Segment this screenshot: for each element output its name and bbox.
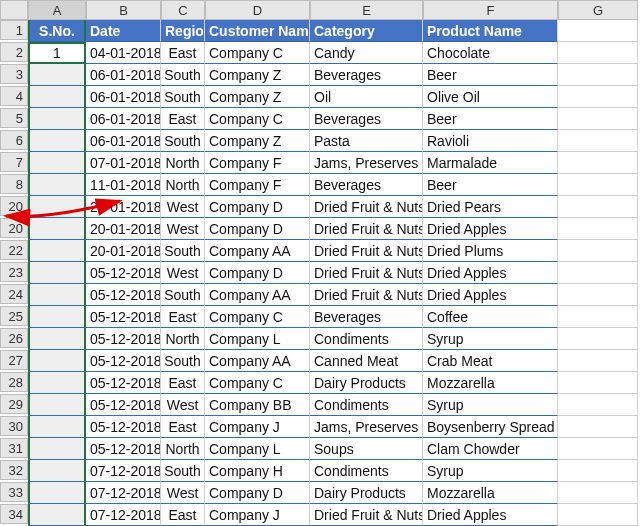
cell-category[interactable]: Dairy Products — [310, 482, 423, 504]
cell-region[interactable]: North — [161, 174, 205, 196]
cell[interactable] — [558, 504, 638, 526]
cell-sno[interactable] — [28, 240, 86, 262]
cell-category[interactable]: Jams, Preserves — [310, 152, 423, 174]
cell[interactable] — [558, 460, 638, 482]
cell-region[interactable]: South — [161, 86, 205, 108]
row-header[interactable]: 24 — [0, 284, 28, 304]
cell-category[interactable]: Dried Fruit & Nuts — [310, 218, 423, 240]
cell-region[interactable]: East — [161, 306, 205, 328]
cell-category[interactable]: Condiments — [310, 460, 423, 482]
cell-region[interactable]: South — [161, 64, 205, 86]
row-header[interactable]: 23 — [0, 262, 28, 282]
cell-region[interactable]: West — [161, 196, 205, 218]
cell-product[interactable]: Dried Apples — [423, 504, 558, 526]
cell[interactable] — [558, 86, 638, 108]
cell-customer[interactable]: Company C — [205, 42, 310, 64]
cell-customer[interactable]: Company C — [205, 372, 310, 394]
cell-date[interactable]: 05-12-2018 — [86, 416, 161, 438]
cell-sno[interactable] — [28, 504, 86, 526]
row-header[interactable]: 20 — [0, 196, 28, 216]
cell-category[interactable]: Dried Fruit & Nuts — [310, 240, 423, 262]
cell-sno[interactable] — [28, 196, 86, 218]
cell-category[interactable]: Oil — [310, 86, 423, 108]
cell-category[interactable]: Dried Fruit & Nuts — [310, 504, 423, 526]
cell[interactable] — [558, 482, 638, 504]
cell-product[interactable]: Beer — [423, 174, 558, 196]
cell-customer[interactable]: Company D — [205, 482, 310, 504]
cell-region[interactable]: East — [161, 372, 205, 394]
cell-date[interactable]: 05-12-2018 — [86, 350, 161, 372]
cell-date[interactable]: 06-01-2018 — [86, 130, 161, 152]
cell-region[interactable]: West — [161, 394, 205, 416]
cell[interactable] — [558, 350, 638, 372]
row-header[interactable]: 7 — [0, 152, 28, 172]
header-cell[interactable]: Region — [161, 20, 205, 42]
cell-date[interactable]: 04-01-2018 — [86, 42, 161, 64]
row-header[interactable]: 1 — [0, 20, 28, 40]
cell-customer[interactable]: Company J — [205, 504, 310, 526]
cell-date[interactable]: 20-01-2018 — [86, 240, 161, 262]
cell-product[interactable]: Dried Apples — [423, 284, 558, 306]
header-cell[interactable]: Category — [310, 20, 423, 42]
cell-customer[interactable]: Company AA — [205, 240, 310, 262]
cell[interactable] — [558, 306, 638, 328]
cell[interactable] — [558, 130, 638, 152]
cell-region[interactable]: South — [161, 350, 205, 372]
cell-product[interactable]: Marmalade — [423, 152, 558, 174]
cell-sno[interactable] — [28, 152, 86, 174]
cell-date[interactable]: 05-12-2018 — [86, 438, 161, 460]
cell-sno[interactable] — [28, 372, 86, 394]
cell-date[interactable]: 20-01-2018 — [86, 218, 161, 240]
cell-date[interactable]: 07-01-2018 — [86, 152, 161, 174]
cell-category[interactable]: Canned Meat — [310, 350, 423, 372]
cell-region[interactable]: South — [161, 284, 205, 306]
cell-date[interactable]: 05-12-2018 — [86, 372, 161, 394]
cell-region[interactable]: East — [161, 108, 205, 130]
cell-sno[interactable] — [28, 394, 86, 416]
cell[interactable] — [558, 284, 638, 306]
row-header[interactable]: 5 — [0, 108, 28, 128]
row-header[interactable]: 28 — [0, 372, 28, 392]
cell-date[interactable]: 05-12-2018 — [86, 328, 161, 350]
cell-sno[interactable] — [28, 438, 86, 460]
cell[interactable] — [558, 416, 638, 438]
cell-customer[interactable]: Company C — [205, 108, 310, 130]
cell-product[interactable]: Boysenberry Spread — [423, 416, 558, 438]
cell-date[interactable]: 07-12-2018 — [86, 460, 161, 482]
cell-sno[interactable] — [28, 284, 86, 306]
cell-category[interactable]: Soups — [310, 438, 423, 460]
cell-sno[interactable]: 1 — [28, 42, 86, 64]
cell-customer[interactable]: Company C — [205, 306, 310, 328]
cell[interactable] — [558, 42, 638, 64]
cell-customer[interactable]: Company Z — [205, 130, 310, 152]
cell-sno[interactable] — [28, 350, 86, 372]
cell[interactable] — [558, 152, 638, 174]
cell-region[interactable]: East — [161, 42, 205, 64]
cell-sno[interactable] — [28, 262, 86, 284]
column-header-F[interactable]: F — [423, 0, 558, 20]
cell-sno[interactable] — [28, 130, 86, 152]
cell-region[interactable]: North — [161, 438, 205, 460]
cell-date[interactable]: 20-01-2018 — [86, 196, 161, 218]
cell-sno[interactable] — [28, 328, 86, 350]
cell[interactable] — [558, 262, 638, 284]
row-header[interactable]: 32 — [0, 460, 28, 480]
cell-date[interactable]: 07-12-2018 — [86, 504, 161, 526]
cell[interactable] — [558, 64, 638, 86]
row-header[interactable]: 30 — [0, 416, 28, 436]
cell-sno[interactable] — [28, 64, 86, 86]
cell-region[interactable]: South — [161, 130, 205, 152]
cell-category[interactable]: Pasta — [310, 130, 423, 152]
cell-category[interactable]: Dried Fruit & Nuts — [310, 262, 423, 284]
cell-region[interactable]: South — [161, 460, 205, 482]
cell-region[interactable]: North — [161, 328, 205, 350]
cell-product[interactable]: Dried Apples — [423, 218, 558, 240]
cell[interactable] — [558, 174, 638, 196]
cell-product[interactable]: Dried Pears — [423, 196, 558, 218]
cell-sno[interactable] — [28, 218, 86, 240]
cell-date[interactable]: 06-01-2018 — [86, 108, 161, 130]
cell-category[interactable]: Dried Fruit & Nuts — [310, 196, 423, 218]
cell-category[interactable]: Jams, Preserves — [310, 416, 423, 438]
cell-category[interactable]: Condiments — [310, 394, 423, 416]
select-all-corner[interactable] — [0, 0, 28, 20]
